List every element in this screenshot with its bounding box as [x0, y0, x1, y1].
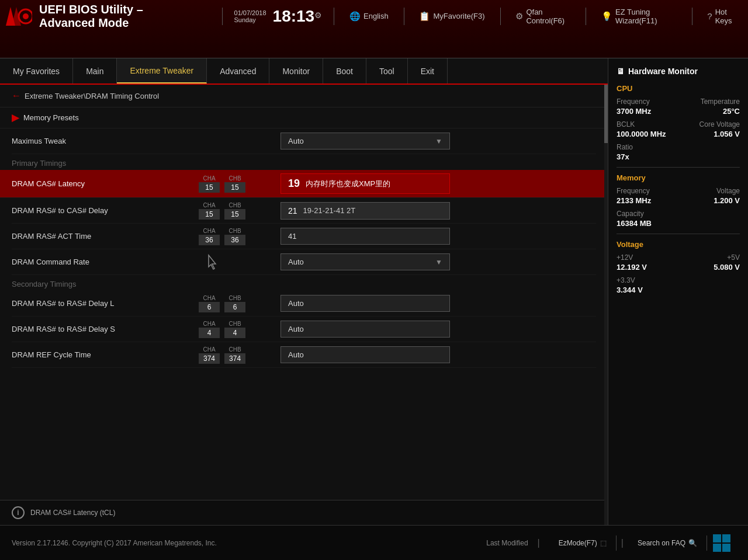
ref-cycle-chb-value: 374 — [224, 353, 245, 364]
dram-cmd-rate-row[interactable]: DRAM Command Rate Auto ▼ — [12, 249, 596, 275]
ref-cycle-time-control[interactable]: Auto — [280, 346, 596, 363]
ras-act-time-control[interactable]: 41 — [280, 228, 596, 245]
ras-ras-l-chb-box: CHB 6 — [224, 295, 245, 312]
info-text: DRAM CAS# Latency (tCL) — [30, 509, 115, 517]
nav-my-favorites[interactable]: My Favorites — [0, 58, 73, 84]
ras-ras-s-value: Auto — [288, 325, 304, 333]
bios-title: UEFI BIOS Utility – Advanced Mode — [39, 3, 199, 30]
v12-row-label: +12V +5V — [617, 253, 740, 262]
hw-divider-1 — [617, 167, 740, 168]
svg-rect-7 — [722, 544, 730, 552]
ref-cycle-cha-label: CHA — [203, 346, 215, 353]
ezmode-button[interactable]: EzMode(F7) ⬚ — [549, 535, 617, 551]
cmd-rate-value: Auto — [288, 258, 304, 266]
header: UEFI BIOS Utility – Advanced Mode 01/07/… — [0, 0, 748, 58]
ras-act-chb-box: CHB 36 — [224, 228, 245, 245]
ras-ras-s-dropdown[interactable]: Auto — [280, 321, 450, 338]
v12-label: +12V — [617, 253, 633, 262]
myfavorite-button[interactable]: 📋 MyFavorite(F3) — [415, 9, 488, 23]
nav-advanced[interactable]: Advanced — [207, 58, 269, 84]
dram-ras-cas-delay-row[interactable]: DRAM RAS# to CAS# Delay CHA 15 CHB 15 21… — [12, 198, 596, 224]
svg-point-3 — [23, 13, 29, 19]
cpu-freq-label: Frequency — [617, 98, 650, 106]
cpu-freq-value: 3700 MHz — [617, 107, 651, 116]
ras-ras-l-control[interactable]: Auto — [280, 295, 596, 312]
language-label: English — [363, 12, 389, 20]
cmd-rate-channels — [199, 254, 280, 270]
ezmode-icon: ⬚ — [600, 539, 607, 547]
maximus-tweak-row[interactable]: Maximus Tweak Auto ▼ — [12, 128, 596, 154]
time-area: 18:13 ⚙ — [273, 8, 323, 25]
ras-cas-cha-label: CHA — [203, 202, 215, 209]
ref-cycle-time-dropdown[interactable]: Auto — [280, 346, 450, 363]
ratio-value: 37x — [617, 152, 629, 161]
language-button[interactable]: 🌐 English — [346, 9, 392, 23]
ras-cas-delay-control[interactable]: 21 19-21-21-41 2T — [280, 202, 596, 220]
ras-ras-l-chb-label: CHB — [228, 295, 241, 302]
dram-ref-cycle-time-name: DRAM REF Cycle Time — [12, 350, 199, 359]
nav-monitor[interactable]: Monitor — [269, 58, 323, 84]
info-bar: i DRAM CAS# Latency (tCL) — [0, 500, 608, 525]
hw-monitor-title: 🖥 Hardware Monitor — [617, 67, 740, 76]
cas-latency-channels: CHA 15 CHB 15 — [199, 175, 280, 193]
nav-extreme-tweaker[interactable]: Extreme Tweaker — [117, 58, 207, 84]
dram-cas-latency-row[interactable]: DRAM CAS# Latency CHA 15 CHB 15 19 内存时序也… — [0, 170, 608, 198]
scrollbar-track[interactable] — [604, 85, 608, 525]
dram-ras-ras-delay-s-row[interactable]: DRAM RAS# to RAS# Delay S CHA 4 CHB 4 Au… — [12, 316, 596, 342]
memory-presets-row[interactable]: ▶ Memory Presets — [0, 107, 608, 128]
hotkeys-label: Hot Keys — [715, 8, 739, 25]
footer-sep-2: | — [621, 538, 624, 548]
cpu-temp-value: 25°C — [723, 107, 740, 116]
bclk-row-value: 100.0000 MHz 1.056 V — [617, 130, 740, 138]
scrollbar-thumb[interactable] — [604, 85, 608, 143]
ratio-row-label: Ratio — [617, 143, 740, 151]
v12-row-value: 12.192 V 5.080 V — [617, 263, 740, 272]
dram-ras-cas-delay-name: DRAM RAS# to CAS# Delay — [12, 206, 199, 215]
cas-latency-control[interactable]: 19 内存时序也变成XMP里的 — [280, 173, 596, 194]
ras-ras-l-value: Auto — [288, 299, 304, 308]
search-faq-button[interactable]: Search on FAQ 🔍 — [628, 535, 707, 551]
info-icon: i — [12, 506, 25, 519]
qfan-button[interactable]: ⚙ Qfan Control(F6) — [512, 6, 574, 27]
voltage-section-title: Voltage — [617, 240, 740, 249]
dram-ras-ras-delay-l-row[interactable]: DRAM RAS# to RAS# Delay L CHA 6 CHB 6 Au… — [12, 291, 596, 316]
cap-row-label: Capacity — [617, 210, 740, 218]
ras-act-cha-label: CHA — [203, 228, 215, 235]
ras-cas-cha-value: 15 — [199, 209, 220, 220]
primary-timings-label: Primary Timings — [12, 154, 596, 170]
nav-tool[interactable]: Tool — [366, 58, 408, 84]
nav-main[interactable]: Main — [73, 58, 117, 84]
date: 01/07/2018 — [234, 9, 266, 16]
v33-row-label: +3.3V — [617, 276, 740, 284]
maximus-tweak-dropdown[interactable]: Auto ▼ — [280, 133, 450, 149]
maximus-tweak-control[interactable]: Auto ▼ — [280, 133, 596, 149]
ras-ras-s-channels: CHA 4 CHB 4 — [199, 321, 280, 338]
ras-ras-s-chb-box: CHB 4 — [224, 321, 245, 338]
ras-ras-l-dropdown[interactable]: Auto — [280, 295, 450, 312]
cmd-rate-control[interactable]: Auto ▼ — [280, 253, 596, 270]
cas-latency-annotation: 内存时序也变成XMP里的 — [306, 179, 390, 189]
cas-latency-main-value: 19 — [288, 178, 300, 190]
dram-ras-act-time-row[interactable]: DRAM RAS# ACT Time CHA 36 CHB 36 41 — [12, 224, 596, 249]
ras-ras-l-cha-value: 6 — [199, 302, 220, 312]
footer-sep-1: | — [538, 538, 540, 548]
ras-ras-s-control[interactable]: Auto — [280, 321, 596, 338]
day: Sunday — [234, 16, 266, 23]
myfav-label: MyFavorite(F3) — [433, 12, 484, 20]
hotkeys-button[interactable]: ? Hot Keys — [704, 6, 742, 27]
ras-ras-l-cha-label: CHA — [203, 295, 215, 302]
breadcrumb-arrow: ← — [12, 91, 21, 101]
dram-ref-cycle-time-row[interactable]: DRAM REF Cycle Time CHA 374 CHB 374 Auto — [12, 342, 596, 368]
myfav-icon: 📋 — [419, 11, 430, 22]
hw-divider-2 — [617, 234, 740, 234]
cas-chb-box: CHB 15 — [224, 175, 245, 193]
cmd-rate-dropdown[interactable]: Auto ▼ — [280, 253, 450, 270]
ras-ras-s-cha-value: 4 — [199, 328, 220, 338]
bclk-row-label: BCLK Core Voltage — [617, 120, 740, 128]
footer-last-modified: Last Modified — [486, 539, 528, 547]
ez-wizard-button[interactable]: 💡 EZ Tuning Wizard(F11) — [598, 6, 680, 27]
nav-exit[interactable]: Exit — [408, 58, 448, 84]
cas-cha-label: CHA — [203, 175, 215, 182]
nav-boot[interactable]: Boot — [323, 58, 366, 84]
ref-cycle-cha-box: CHA 374 — [199, 346, 220, 364]
